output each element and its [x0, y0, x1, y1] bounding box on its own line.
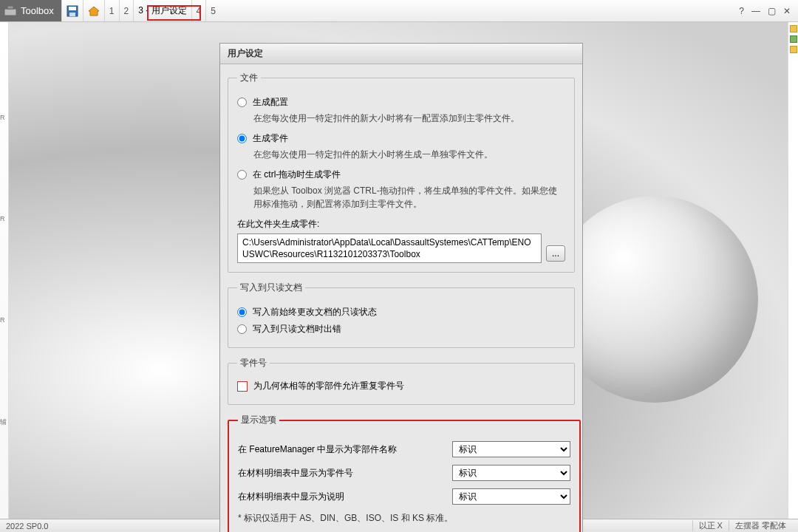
bom-partno-select[interactable]: 标识: [452, 465, 570, 481]
window-controls: ? — ▢ ✕: [732, 6, 798, 16]
step-2[interactable]: 2: [119, 0, 134, 21]
svg-rect-1: [7, 6, 13, 9]
dialog-title: 用户设定: [220, 44, 582, 64]
radio-generate-part-desc: 在您每次使用一特定扣件的新大小时将生成一单独零件文件。: [253, 148, 565, 161]
browse-button[interactable]: ...: [546, 245, 565, 262]
step-4[interactable]: 4: [191, 0, 206, 21]
radio-generate-part[interactable]: [237, 134, 247, 143]
bom-partno-label: 在材料明细表中显示为零件号: [238, 467, 437, 480]
radio-error-readonly-label: 写入到只读文档时出错: [253, 323, 341, 335]
radio-ctrl-drag[interactable]: [237, 170, 247, 180]
step-3[interactable]: 3 - 用户设定: [133, 0, 191, 21]
status-version: 2022 SP0.0: [6, 522, 49, 531]
radio-generate-config-label: 生成配置: [253, 96, 288, 109]
step-1[interactable]: 1: [104, 0, 119, 21]
display-options-group: 显示选项 在 FeatureManager 中显示为零部件名称 标识 在材料明细…: [228, 414, 581, 532]
radio-change-readonly-label: 写入前始终更改文档的只读状态: [253, 306, 377, 318]
radio-generate-config-desc: 在您每次使用一特定扣件的新大小时将有一配置添加到主零件文件。: [253, 112, 565, 125]
readonly-group: 写入到只读文档 写入前始终更改文档的只读状态 写入到只读文档时出错: [228, 282, 575, 348]
radio-ctrl-drag-desc: 如果您从 Toolbox 浏览器 CTRL-拖动扣件，将生成单独的零件文件。如果…: [253, 184, 565, 211]
radio-generate-config[interactable]: [237, 98, 247, 107]
right-sidebar-fragment: [788, 22, 798, 519]
status-seg-2: 左摆器 零配体: [729, 520, 792, 531]
display-note: * 标识仅适用于 AS、DIN、GB、ISO、IS 和 KS 标准。: [238, 512, 570, 525]
checkbox-allow-dup-partno[interactable]: [237, 381, 248, 392]
app-title: Toolbox: [21, 5, 54, 16]
home-icon: [88, 5, 100, 17]
path-label: 在此文件夹生成零件:: [237, 218, 565, 231]
bom-desc-label: 在材料明细表中显示为说明: [238, 491, 437, 503]
partno-legend: 零件号: [237, 357, 270, 369]
radio-error-readonly[interactable]: [237, 324, 247, 334]
partno-group: 零件号 为几何体相等的零部件允许重复零件号: [228, 357, 575, 405]
floppy-icon: [66, 5, 78, 17]
maximize-icon[interactable]: ▢: [768, 6, 776, 16]
path-input[interactable]: C:\Users\Administrator\AppData\Local\Das…: [237, 233, 542, 263]
toolbox-icon: [4, 6, 16, 16]
left-sidebar-fragment: RRR辅: [0, 22, 9, 519]
checkbox-allow-dup-partno-label: 为几何体相等的零部件允许重复零件号: [253, 380, 404, 392]
display-legend: 显示选项: [238, 414, 279, 426]
radio-change-readonly[interactable]: [237, 307, 247, 317]
fm-name-label: 在 FeatureManager 中显示为零部件名称: [238, 443, 437, 456]
close-icon[interactable]: ✕: [783, 6, 791, 16]
radio-ctrl-drag-label: 在 ctrl-拖动时生成零件: [253, 168, 341, 181]
file-legend: 文件: [237, 72, 261, 84]
svg-rect-3: [69, 7, 76, 10]
svg-marker-5: [89, 7, 99, 16]
app-chip: Toolbox: [0, 0, 61, 21]
top-toolbar: Toolbox 1 2 3 - 用户设定 4 5 ? — ▢ ✕: [0, 0, 798, 22]
step-tabs: 1 2 3 - 用户设定 4 5: [104, 0, 220, 21]
user-settings-dialog: 用户设定 文件 生成配置 在您每次使用一特定扣件的新大小时将有一配置添加到主零件…: [219, 43, 583, 532]
svg-rect-4: [69, 13, 75, 16]
bom-desc-select[interactable]: 标识: [452, 488, 570, 505]
radio-generate-part-label: 生成零件: [253, 132, 288, 145]
help-icon[interactable]: ?: [739, 6, 744, 16]
fm-name-select[interactable]: 标识: [452, 441, 570, 457]
save-button[interactable]: [61, 0, 83, 21]
status-seg-1: 以正 X: [692, 520, 729, 531]
minimize-icon[interactable]: —: [751, 6, 760, 16]
svg-rect-0: [4, 9, 16, 16]
readonly-legend: 写入到只读文档: [237, 282, 305, 294]
step-5[interactable]: 5: [205, 0, 220, 21]
file-group: 文件 生成配置 在您每次使用一特定扣件的新大小时将有一配置添加到主零件文件。 生…: [228, 72, 575, 273]
home-button[interactable]: [83, 0, 104, 21]
